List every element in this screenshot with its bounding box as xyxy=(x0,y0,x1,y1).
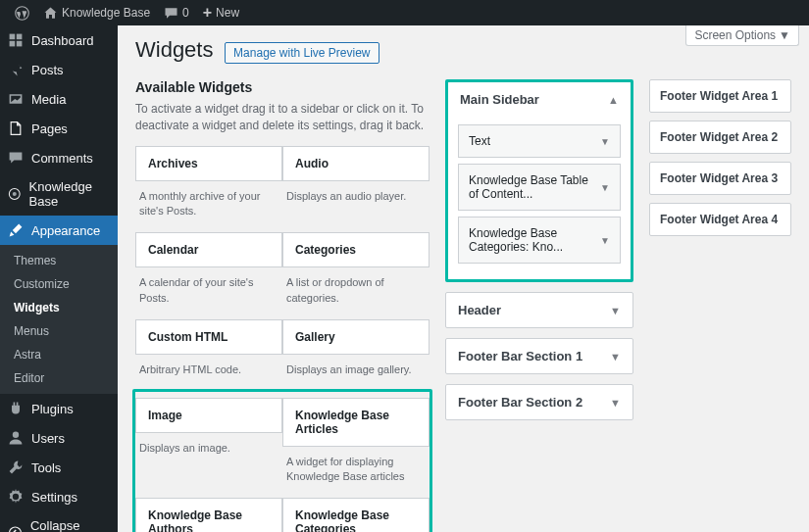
submenu-item-themes[interactable]: Themes xyxy=(0,249,118,272)
settings-icon xyxy=(8,489,24,505)
new-link[interactable]: +New xyxy=(196,0,246,25)
sidebar-widget[interactable]: Knowledge Base Table of Content...▼ xyxy=(458,164,621,211)
menu-item-pages[interactable]: Pages xyxy=(0,114,118,143)
sidebar-widget[interactable]: Knowledge Base Categories: Kno...▼ xyxy=(458,217,621,264)
dashboard-icon xyxy=(8,32,24,48)
available-widget: Knowledge Base AuthorsA widget for displ… xyxy=(135,498,282,532)
live-preview-button[interactable]: Manage with Live Preview xyxy=(225,42,379,64)
comment-icon xyxy=(164,6,178,21)
brush-icon xyxy=(8,222,24,238)
widget-area-footer-bar-section-2[interactable]: Footer Bar Section 2▼ xyxy=(446,385,632,419)
page-title: Widgets xyxy=(135,37,213,63)
submenu-item-menus[interactable]: Menus xyxy=(0,319,118,343)
available-widgets-column: Available Widgets To activate a widget d… xyxy=(135,79,430,532)
svg-rect-1 xyxy=(10,34,16,40)
site-link[interactable]: Knowledge Base xyxy=(36,0,157,25)
footer-areas-column: Footer Widget Area 1Footer Widget Area 2… xyxy=(649,79,791,532)
available-widget: GalleryDisplays an image gallery. xyxy=(282,319,430,391)
admin-bar: Knowledge Base 0 +New xyxy=(0,0,809,25)
menu-item-tools[interactable]: Tools xyxy=(0,453,118,482)
submenu-item-editor[interactable]: Editor xyxy=(0,366,118,390)
main-sidebar-highlight: Main Sidebar ▲ Text▼Knowledge Base Table… xyxy=(445,79,633,282)
pin-icon xyxy=(8,62,24,77)
chevron-down-icon: ▼ xyxy=(600,182,610,193)
main-sidebar-header[interactable]: Main Sidebar ▲ xyxy=(448,82,631,117)
svg-rect-3 xyxy=(10,41,16,47)
chevron-down-icon: ▼ xyxy=(779,28,790,42)
submenu-item-customize[interactable]: Customize xyxy=(0,272,118,296)
menu-item-knowledge-base[interactable]: Knowledge Base xyxy=(0,172,118,216)
available-widget: ArchivesA monthly archive of your site's… xyxy=(135,146,282,233)
widget-area-footer-widget-area-3[interactable]: Footer Widget Area 3 xyxy=(649,162,791,195)
widget-area-footer-widget-area-2[interactable]: Footer Widget Area 2 xyxy=(649,121,791,154)
kb-icon xyxy=(8,186,22,202)
media-icon xyxy=(8,91,24,107)
sidebar-areas-column: Main Sidebar ▲ Text▼Knowledge Base Table… xyxy=(445,79,633,532)
collapse-icon xyxy=(8,525,23,532)
chevron-down-icon: ▼ xyxy=(610,351,621,363)
widget-knowledge-base-articles[interactable]: Knowledge Base Articles xyxy=(282,398,430,447)
chevron-up-icon: ▲ xyxy=(608,94,619,106)
main-sidebar-title: Main Sidebar xyxy=(460,92,539,107)
wordpress-icon xyxy=(15,6,29,21)
widget-image[interactable]: Image xyxy=(135,398,282,433)
user-icon xyxy=(8,430,24,446)
available-widget: CalendarA calendar of your site's Posts. xyxy=(135,232,282,319)
menu-item-users[interactable]: Users xyxy=(0,423,118,453)
widget-archives[interactable]: Archives xyxy=(135,146,282,181)
menu-item-media[interactable]: Media xyxy=(0,84,118,114)
chevron-down-icon: ▼ xyxy=(600,235,610,246)
available-widget: Knowledge Base ArticlesA widget for disp… xyxy=(282,398,430,499)
widget-area-footer-bar-section-1[interactable]: Footer Bar Section 1▼ xyxy=(446,339,632,373)
comment-icon xyxy=(8,150,24,166)
widget-custom-html[interactable]: Custom HTML xyxy=(135,319,282,355)
widget-calendar[interactable]: Calendar xyxy=(135,232,282,267)
chevron-down-icon: ▼ xyxy=(600,136,610,147)
menu-item-appearance[interactable]: Appearance xyxy=(0,216,118,245)
svg-point-7 xyxy=(13,432,19,438)
menu-item-collapse-menu[interactable]: Collapse menu xyxy=(0,511,118,532)
plugin-icon xyxy=(8,401,24,416)
tool-icon xyxy=(8,459,24,475)
widget-area-header[interactable]: Header▼ xyxy=(446,293,632,327)
chevron-down-icon: ▼ xyxy=(610,305,621,316)
available-widget: ImageDisplays an image. xyxy=(135,398,282,499)
menu-item-dashboard[interactable]: Dashboard xyxy=(0,25,118,55)
screen-options-button[interactable]: Screen Options ▼ xyxy=(685,25,799,46)
widget-knowledge-base-categories[interactable]: Knowledge Base Categories xyxy=(282,498,430,532)
available-widgets-title: Available Widgets xyxy=(135,79,430,95)
menu-item-posts[interactable]: Posts xyxy=(0,55,118,84)
available-widget: Knowledge Base CategoriesA widget for di… xyxy=(282,498,430,532)
widget-area-footer-widget-area-1[interactable]: Footer Widget Area 1 xyxy=(649,79,791,113)
wp-logo[interactable] xyxy=(8,0,36,25)
available-widget: Custom HTMLArbitrary HTML code. xyxy=(135,319,282,391)
page-icon xyxy=(8,121,24,136)
submenu-item-astra[interactable]: Astra xyxy=(0,343,118,366)
svg-rect-4 xyxy=(17,41,23,47)
menu-item-settings[interactable]: Settings xyxy=(0,482,118,511)
available-widgets-desc: To activate a widget drag it to a sideba… xyxy=(135,101,430,134)
widget-gallery[interactable]: Gallery xyxy=(282,319,430,355)
svg-rect-2 xyxy=(17,34,23,40)
svg-point-6 xyxy=(13,192,17,196)
available-widget: AudioDisplays an audio player. xyxy=(282,146,430,233)
widget-area-footer-widget-area-4[interactable]: Footer Widget Area 4 xyxy=(649,203,791,236)
menu-item-comments[interactable]: Comments xyxy=(0,143,118,172)
menu-item-plugins[interactable]: Plugins xyxy=(0,394,118,423)
widget-categories[interactable]: Categories xyxy=(282,232,430,267)
widget-knowledge-base-authors[interactable]: Knowledge Base Authors xyxy=(135,498,282,532)
content-area: Screen Options ▼ Widgets Manage with Liv… xyxy=(118,0,809,532)
submenu-item-widgets[interactable]: Widgets xyxy=(0,296,118,319)
comments-link[interactable]: 0 xyxy=(157,0,196,25)
widget-audio[interactable]: Audio xyxy=(282,146,430,181)
sidebar-widget[interactable]: Text▼ xyxy=(458,124,621,158)
chevron-down-icon: ▼ xyxy=(610,397,621,409)
admin-sidebar: DashboardPostsMediaPagesCommentsKnowledg… xyxy=(0,0,118,532)
available-widget: CategoriesA list or dropdown of categori… xyxy=(282,232,430,319)
home-icon xyxy=(43,6,58,21)
